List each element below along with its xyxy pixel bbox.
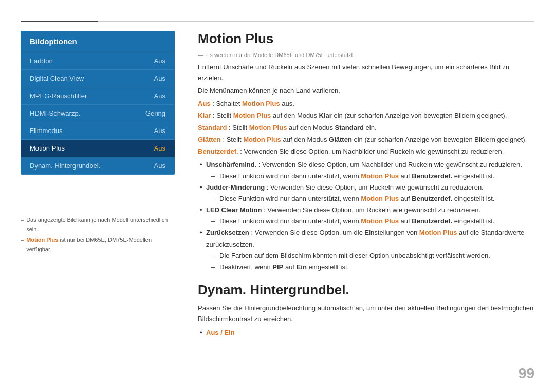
sidebar-item-motion-plus[interactable]: Motion Plus Aus: [21, 140, 175, 157]
sidebar-value-filmmodus: Aus: [154, 127, 165, 135]
sidebar-header: Bildoptionen: [21, 31, 175, 52]
sidebar-label-dcv: Digital Clean View: [30, 74, 84, 82]
sidebar-label-motion-plus: Motion Plus: [30, 144, 65, 152]
sub-item-judder: Diese Funktion wird nur dann unterstützt…: [211, 193, 534, 204]
sub-item-zurueck-1: Die Farben auf dem Bildschirm könnten mi…: [211, 250, 534, 262]
bullet-judder: Judder-Minderung : Verwenden Sie diese O…: [198, 182, 534, 204]
sidebar-item-hdmi[interactable]: HDMI-Schwarzp. Gering: [21, 105, 175, 122]
sidebar-note-2: – Motion Plus ist nur bei DM65E, DM75E-M…: [21, 236, 175, 254]
motion-plus-note: Es werden nur die Modelle DM65E und DM75…: [198, 52, 534, 58]
sidebar-value-motion-plus: Aus: [154, 144, 165, 152]
sidebar-label-hdmi: HDMI-Schwarzp.: [30, 109, 80, 117]
sidebar: Bildoptionen Farbton Aus Digital Clean V…: [21, 31, 175, 175]
sidebar-item-digital-clean-view[interactable]: Digital Clean View Aus: [21, 70, 175, 87]
bullet-led-clear: LED Clear Motion : Verwenden Sie diese O…: [198, 204, 534, 227]
dynam-section: Dynam. Hintergrundbel. Passen Sie die Hi…: [198, 282, 534, 339]
sidebar-item-farbton[interactable]: Farbton Aus: [21, 52, 175, 70]
bullet-zuruecksetzen: Zurücksetzen : Verwenden Sie diese Optio…: [198, 227, 534, 272]
sidebar-label-farbton: Farbton: [30, 57, 53, 65]
dynam-title: Dynam. Hintergrundbel.: [198, 282, 534, 298]
sidebar-item-filmmodus[interactable]: Filmmodus Aus: [21, 122, 175, 140]
motion-plus-title: Motion Plus: [198, 31, 534, 47]
sidebar-item-dynam[interactable]: Dynam. Hintergrundbel. Aus: [21, 157, 175, 175]
sub-list-judder: Diese Funktion wird nur dann unterstützt…: [211, 193, 534, 204]
option-aus: Aus : Schaltet Motion Plus aus.: [198, 98, 534, 109]
dynam-bullet-list: Aus / Ein: [198, 327, 534, 339]
top-line-light: [98, 21, 534, 22]
sidebar-value-mpeg: Aus: [154, 92, 165, 100]
motion-plus-desc2: Die Menünamen können je nach Land variie…: [198, 86, 534, 97]
sidebar-label-dynam: Dynam. Hintergrundbel.: [30, 162, 100, 170]
sidebar-label-mpeg: MPEG-Rauschfilter: [30, 92, 87, 100]
top-lines: [21, 21, 534, 22]
sidebar-note-1: – Das angezeigte Bild kann je nach Model…: [21, 216, 175, 234]
option-klar: Klar : Stellt Motion Plus auf den Modus …: [198, 110, 534, 121]
sub-item-zurueck-2: Deaktiviert, wenn PIP auf Ein eingestell…: [211, 262, 534, 273]
page-number: 99: [519, 365, 534, 382]
sidebar-value-hdmi: Gering: [145, 109, 165, 117]
sidebar-notes: – Das angezeigte Bild kann je nach Model…: [21, 216, 175, 256]
dynam-option: Aus / Ein: [198, 327, 534, 339]
dynam-desc: Passen Sie die Hintergrundbeleuchtung au…: [198, 303, 534, 325]
option-standard: Standard : Stellt Motion Plus auf den Mo…: [198, 122, 534, 134]
motion-plus-desc1: Entfernt Unschärfe und Ruckeln aus Szene…: [198, 62, 534, 84]
sidebar-item-mpeg[interactable]: MPEG-Rauschfilter Aus: [21, 87, 175, 105]
option-glaetten: Glätten : Stellt Motion Plus auf den Mod…: [198, 134, 534, 145]
main-content: Motion Plus Es werden nur die Modelle DM…: [198, 31, 534, 371]
bullet-unschaerfemind: Unschärfemind. : Verwenden Sie diese Opt…: [198, 159, 534, 182]
option-benutzerdef: Benutzerdef. : Verwenden Sie diese Optio…: [198, 146, 534, 157]
motion-plus-bullet-list: Unschärfemind. : Verwenden Sie diese Opt…: [198, 159, 534, 273]
motion-plus-section: Motion Plus Es werden nur die Modelle DM…: [198, 31, 534, 273]
sub-list-zurueck: Die Farben auf dem Bildschirm könnten mi…: [211, 250, 534, 273]
sub-list-unschaerfe: Diese Funktion wird nur dann unterstützt…: [211, 171, 534, 182]
sub-item-unschaerfe: Diese Funktion wird nur dann unterstützt…: [211, 171, 534, 182]
sidebar-value-farbton: Aus: [154, 57, 165, 65]
sidebar-value-dcv: Aus: [154, 74, 165, 82]
sub-list-led: Diese Funktion wird nur dann unterstützt…: [211, 216, 534, 227]
sidebar-value-dynam: Aus: [154, 162, 165, 170]
sub-item-led: Diese Funktion wird nur dann unterstützt…: [211, 216, 534, 227]
sidebar-label-filmmodus: Filmmodus: [30, 127, 63, 135]
top-line-accent: [21, 21, 98, 22]
